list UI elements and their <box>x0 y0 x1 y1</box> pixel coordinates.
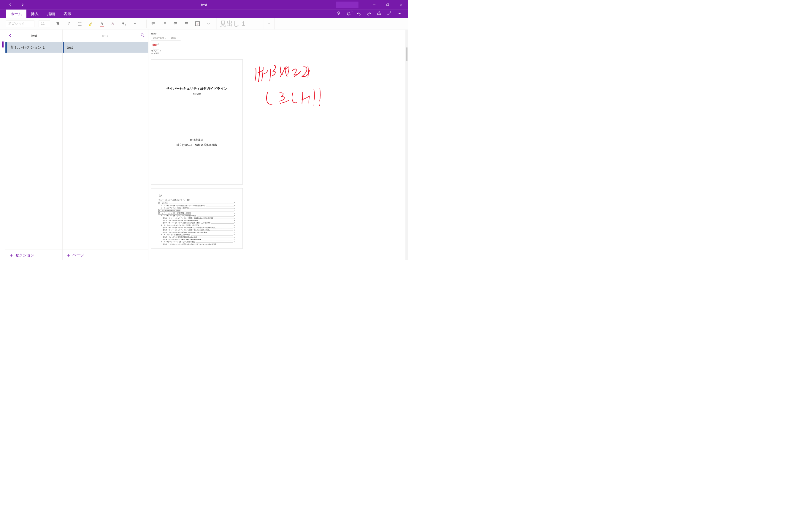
underline-button[interactable]: U <box>77 21 83 27</box>
font-size-select[interactable]: 11 <box>39 21 50 27</box>
window-title: test <box>201 3 207 7</box>
svg-point-13 <box>152 24 152 24</box>
notification-count: 1 <box>351 10 353 12</box>
font-more-dropdown[interactable] <box>132 21 138 27</box>
svg-point-31 <box>141 33 143 36</box>
clear-formatting-button[interactable] <box>110 21 116 27</box>
toc-line: ３．４．サプライチェーンセキュリティ対策の推進15 <box>158 241 235 243</box>
doc-org-2: 独立行政法人 情報処理推進機構 <box>160 142 234 147</box>
toc-line: ２．経営者が認識すべき３原則5 <box>158 209 235 212</box>
page-time: 15:23 <box>171 36 176 39</box>
sections-pane: test 新しいセクション 1 + セクション <box>5 29 63 260</box>
toc-line: 指示５ サイバーセキュリティリスクに対応するための仕組みの構築11 <box>158 229 235 231</box>
tab-挿入[interactable]: 挿入 <box>26 9 43 18</box>
todo-checkbox-button[interactable] <box>194 21 201 27</box>
toc-line: １．はじめに1 <box>158 202 235 205</box>
bold-button[interactable]: B <box>55 21 61 27</box>
add-section-label: セクション <box>15 252 34 257</box>
svg-rect-1 <box>387 4 388 6</box>
add-page-label: ページ <box>72 252 84 257</box>
tab-表示[interactable]: 表示 <box>59 9 76 18</box>
styles-gallery[interactable]: 見出し 1 <box>216 18 264 29</box>
section-item[interactable]: 新しいセクション 1 <box>5 42 62 53</box>
more-button[interactable] <box>397 11 402 17</box>
numbered-list-button[interactable]: 123 <box>161 21 168 27</box>
search-button[interactable] <box>140 33 145 38</box>
vertical-scrollbar[interactable] <box>405 29 408 260</box>
pdf-printout: サイバーセキュリティ経営ガイドライン Ver 2.0 経済産業省 独立行政法人 … <box>151 59 242 252</box>
window-close-button[interactable] <box>395 0 408 9</box>
toc-line: 指示９ ビジネスパートナーや委託先等を含めたサプライチェーン全体の対策及 <box>158 243 235 246</box>
toc-line: 指示２ サイバーセキュリティリスク管理体制の構築8 <box>158 219 235 222</box>
styles-dropdown[interactable] <box>264 18 274 29</box>
notebooks-strip[interactable] <box>0 29 5 260</box>
ribbon-tabs: ホーム挿入描画表示 1 <box>0 9 408 18</box>
doc-version: Ver 2.0 <box>160 92 234 96</box>
doc-title: サイバーセキュリティ経営ガイドライン <box>160 86 234 91</box>
svg-point-9 <box>400 13 401 13</box>
page-date: 2018年6月6日 <box>153 36 167 39</box>
share-button[interactable] <box>377 11 382 17</box>
pdf-file-icon: PDF <box>153 43 159 49</box>
tell-me-icon[interactable] <box>336 11 341 17</box>
window-minimize-button[interactable] <box>368 0 381 9</box>
pdf-attachment[interactable]: PDF サイバーセ キュリテ… <box>151 43 161 55</box>
format-painter-button[interactable]: A✎ <box>121 21 127 27</box>
toc-line: １．１．サイバーセキュリティ経営ガイドラインの背景と位置づけ1 <box>158 205 235 207</box>
toc-line: 指示４ サイバーセキュリティリスクの把握とリスク対応に関する計画の策定10 <box>158 226 235 229</box>
undo-button[interactable] <box>356 11 361 17</box>
page-item[interactable]: test <box>63 42 148 53</box>
toc-line: １．２．本ガイドラインの構成と活用方法4 <box>158 207 235 209</box>
toc-subtitle: サイバーセキュリティ経営ガイドライン・概要 <box>158 199 235 201</box>
indent-button[interactable] <box>183 21 190 27</box>
italic-button[interactable]: I <box>66 21 72 27</box>
svg-point-8 <box>399 13 400 13</box>
doc-org-1: 経済産業省 <box>160 138 234 142</box>
toc-line: 指示８ インシデントによる被害に備えた復旧体制の整備14 <box>158 239 235 241</box>
add-section-button[interactable]: + セクション <box>5 250 62 260</box>
note-canvas[interactable]: 2018年6月6日 15:23 PDF サイバーセ キュリテ… サイバーセキュリ… <box>148 29 408 260</box>
sections-back-button[interactable] <box>8 33 12 38</box>
outdent-button[interactable] <box>172 21 179 27</box>
pdf-page-1: サイバーセキュリティ経営ガイドライン Ver 2.0 経済産業省 独立行政法人 … <box>151 59 242 185</box>
bullet-list-button[interactable] <box>150 21 157 27</box>
svg-point-7 <box>398 13 399 13</box>
nav-back-button[interactable] <box>7 2 13 8</box>
title-bar: test <box>0 0 408 9</box>
toc-line: 指示１ サイバーセキュリティリスクの認識、組織全体での対応方針の策定7 <box>158 217 235 219</box>
toc-line: 指示６ サイバーセキュリティ対策におけるPDCAサイクルの実施12 <box>158 231 235 234</box>
paragraph-more-dropdown[interactable] <box>205 21 212 27</box>
font-color-button[interactable]: A <box>98 21 105 27</box>
svg-line-32 <box>143 36 144 37</box>
add-page-button[interactable]: + ページ <box>63 250 148 260</box>
toc-heading: 目次 <box>158 194 235 197</box>
notifications-icon[interactable]: 1 <box>346 11 351 17</box>
toc-line: ３．サイバーセキュリティ経営の重要１０項目6 <box>158 212 235 214</box>
toc-line: ３．１．サイバーセキュリティリスクの管理体制構築6 <box>158 214 235 217</box>
toc-line: 指示７ インシデント発生時の緊急対応体制の整備13 <box>158 236 235 238</box>
ink-annotation <box>251 62 344 116</box>
redo-button[interactable] <box>367 11 371 17</box>
nav-forward-button[interactable] <box>19 2 25 8</box>
svg-rect-2 <box>387 4 389 5</box>
font-name-select[interactable]: 游ゴシック <box>6 21 34 27</box>
scrollbar-thumb[interactable] <box>406 48 407 61</box>
window-maximize-button[interactable] <box>381 0 395 9</box>
notebook-indicator <box>2 42 4 48</box>
svg-point-5 <box>338 11 340 13</box>
attachment-label: サイバーセ キュリテ… <box>151 50 161 55</box>
tab-ホーム[interactable]: ホーム <box>6 9 26 18</box>
toc-line: ３．３．インシデント発生に備えた体制構築13 <box>158 234 235 236</box>
svg-text:3: 3 <box>163 24 164 26</box>
sections-header-title: test <box>31 33 37 38</box>
page-title-input[interactable] <box>151 32 405 36</box>
svg-point-15 <box>152 24 152 25</box>
user-account-badge[interactable] <box>336 2 358 8</box>
toc-line: ３．２．サイバーセキュリティリスクの特定と対策の実装10 <box>158 224 235 226</box>
fullscreen-button[interactable] <box>387 11 392 17</box>
ribbon-toolbar: 游ゴシック 11 B I U A A✎ <box>0 18 408 29</box>
toc-line: 指示３ サイバーセキュリティ対策のための資源（予算、人材等）確保9 <box>158 222 235 224</box>
highlight-button[interactable] <box>88 21 94 27</box>
tab-描画[interactable]: 描画 <box>43 9 59 18</box>
title-divider <box>363 2 363 8</box>
